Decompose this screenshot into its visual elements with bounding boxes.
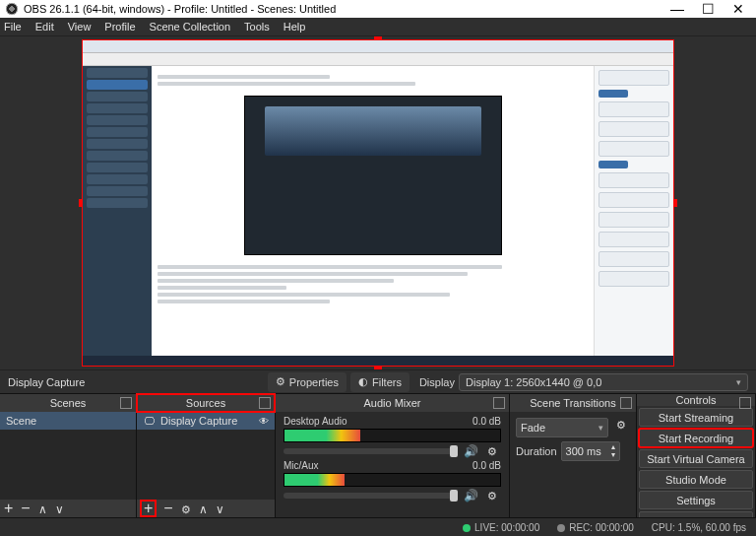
scene-up-button[interactable] — [38, 501, 47, 516]
menu-bar: File Edit View Profile Scene Collection … — [0, 18, 756, 36]
obs-logo-icon — [6, 3, 18, 15]
volume-meter — [284, 473, 501, 487]
display-capture-preview[interactable] — [82, 39, 674, 367]
scenes-header[interactable]: Scenes — [0, 394, 136, 412]
sources-dock: Sources 🖵 Display Capture — [137, 394, 276, 517]
mute-button[interactable]: 🔊 — [462, 489, 479, 502]
remove-source-button[interactable] — [163, 501, 172, 516]
minimize-button[interactable]: — — [664, 2, 690, 16]
studio-mode-button[interactable]: Studio Mode — [639, 470, 753, 489]
live-indicator-icon — [463, 524, 471, 532]
windows-titlebar: OBS 26.1.1 (64-bit, windows) - Profile: … — [0, 0, 756, 18]
add-source-button[interactable] — [141, 501, 156, 516]
scenes-toolbar — [0, 500, 136, 517]
popout-icon[interactable] — [259, 397, 271, 409]
menu-view[interactable]: View — [68, 21, 92, 33]
audio-mixer-dock: Audio Mixer Desktop Audio0.0 dB 🔊 Mic/Au… — [276, 394, 510, 517]
channel-db: 0.0 dB — [472, 416, 501, 427]
audio-channel-mic: Mic/Aux0.0 dB 🔊 — [284, 460, 501, 502]
start-recording-button[interactable]: Start Recording — [639, 429, 753, 447]
scene-down-button[interactable] — [55, 501, 64, 516]
menu-profile[interactable]: Profile — [104, 21, 135, 33]
popout-icon[interactable] — [620, 397, 632, 409]
monitor-icon: 🖵 — [143, 415, 155, 427]
menu-scene-collection[interactable]: Scene Collection — [150, 21, 231, 33]
source-up-button[interactable] — [199, 501, 208, 516]
status-bar: LIVE: 00:00:00 REC: 00:00:00 CPU: 1.5%, … — [0, 517, 756, 536]
transition-settings-button[interactable] — [612, 418, 630, 432]
filters-icon — [358, 375, 368, 388]
mixer-body: Desktop Audio0.0 dB 🔊 Mic/Aux0.0 dB 🔊 — [276, 412, 509, 517]
source-item[interactable]: 🖵 Display Capture — [137, 412, 275, 430]
mute-button[interactable]: 🔊 — [462, 444, 479, 458]
scenes-dock: Scenes Scene — [0, 394, 137, 517]
controls-dock: Controls Start Streaming Start Recording… — [637, 394, 756, 517]
volume-meter — [284, 429, 501, 442]
channel-db: 0.0 dB — [472, 460, 501, 471]
transitions-header[interactable]: Scene Transitions — [510, 394, 636, 412]
filters-button[interactable]: Filters — [350, 372, 410, 392]
scene-item[interactable]: Scene — [0, 412, 136, 430]
display-label: Display — [419, 376, 455, 388]
channel-settings-button[interactable] — [483, 489, 501, 502]
popout-icon[interactable] — [120, 397, 132, 409]
add-scene-button[interactable] — [4, 501, 13, 516]
audio-channel-desktop: Desktop Audio0.0 dB 🔊 — [284, 416, 501, 458]
duration-label: Duration — [516, 445, 557, 457]
source-properties-button[interactable] — [181, 501, 191, 516]
channel-name: Desktop Audio — [284, 416, 347, 427]
maximize-button[interactable]: ☐ — [696, 2, 721, 16]
menu-file[interactable]: File — [4, 21, 22, 33]
scene-transitions-dock: Scene Transitions Fade Duration 300 ms▴▾ — [510, 394, 637, 517]
window-title: OBS 26.1.1 (64-bit, windows) - Profile: … — [24, 3, 336, 15]
popout-icon[interactable] — [493, 397, 505, 409]
gear-icon — [276, 375, 285, 388]
transition-select[interactable]: Fade — [516, 418, 608, 437]
channel-name: Mic/Aux — [284, 460, 319, 471]
display-selector[interactable]: Display 1: 2560x1440 @ 0,0 — [459, 373, 748, 391]
mixer-header[interactable]: Audio Mixer — [276, 394, 509, 412]
channel-settings-button[interactable] — [483, 444, 501, 458]
duration-input[interactable]: 300 ms▴▾ — [561, 441, 620, 461]
start-streaming-button[interactable]: Start Streaming — [639, 408, 753, 427]
captured-screen-content — [83, 40, 673, 366]
dock-row: Scenes Scene Sources 🖵 Display Capture — [0, 393, 756, 517]
selected-source-label: Display Capture — [8, 376, 85, 388]
scenes-list[interactable]: Scene — [0, 412, 136, 500]
remove-scene-button[interactable] — [21, 501, 30, 516]
visibility-toggle-icon[interactable] — [259, 415, 269, 427]
menu-edit[interactable]: Edit — [35, 21, 54, 33]
properties-button[interactable]: Properties — [268, 372, 346, 392]
rec-status: REC: 00:00:00 — [557, 522, 634, 533]
volume-slider[interactable] — [284, 448, 458, 454]
menu-tools[interactable]: Tools — [244, 21, 270, 33]
sources-toolbar — [137, 500, 275, 517]
start-virtual-camera-button[interactable]: Start Virtual Camera — [639, 449, 753, 468]
menu-help[interactable]: Help — [284, 21, 306, 33]
obs-app: File Edit View Profile Scene Collection … — [0, 18, 756, 536]
popout-icon[interactable] — [739, 397, 751, 409]
live-status: LIVE: 00:00:00 — [463, 522, 539, 533]
cpu-status: CPU: 1.5%, 60.00 fps — [652, 522, 746, 533]
controls-header[interactable]: Controls — [637, 394, 755, 406]
settings-button[interactable]: Settings — [639, 491, 753, 509]
source-toolbar: Display Capture Properties Filters Displ… — [0, 369, 756, 393]
close-button[interactable]: ✕ — [726, 2, 750, 16]
sources-list[interactable]: 🖵 Display Capture — [137, 412, 275, 500]
source-down-button[interactable] — [216, 501, 224, 516]
rec-indicator-icon — [557, 524, 565, 532]
sources-header[interactable]: Sources — [137, 394, 275, 412]
preview-area[interactable] — [0, 36, 756, 369]
volume-slider[interactable] — [284, 493, 458, 499]
